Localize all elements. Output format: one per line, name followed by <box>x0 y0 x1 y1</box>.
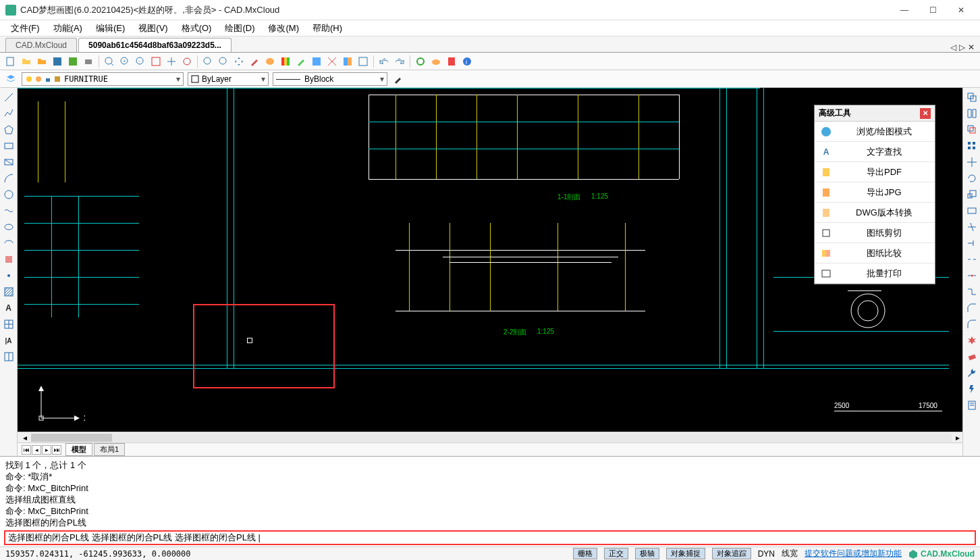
rotate-tool-icon[interactable] <box>965 172 979 185</box>
image-icon[interactable] <box>310 55 323 68</box>
toggle-polar[interactable]: 极轴 <box>635 548 659 559</box>
zoom-realtime-icon[interactable] <box>180 55 194 68</box>
extend-tool-icon[interactable] <box>965 236 979 250</box>
region-tool-icon[interactable] <box>2 155 16 169</box>
erase-tool-icon[interactable] <box>965 350 979 363</box>
open-icon[interactable] <box>20 55 33 68</box>
command-history[interactable]: 找到 1 个，总计 1 个 命令: *取消* 命令: MxC_BitchPrin… <box>0 456 980 530</box>
feedback-link[interactable]: 提交软件问题或增加新功能 <box>805 548 902 559</box>
align-tool-icon[interactable] <box>2 350 16 363</box>
drawing-canvas[interactable]: 1-1剖面 1:125 2-2剖面 1:125 <box>18 88 962 432</box>
tab-close-icon[interactable]: ✕ <box>968 43 975 52</box>
mirror-tool-icon[interactable] <box>965 107 979 120</box>
toggle-otrack[interactable]: 对象追踪 <box>712 548 751 559</box>
arc-tool-icon[interactable] <box>2 172 16 185</box>
break-point-tool-icon[interactable] <box>965 269 979 282</box>
trim-tool-icon[interactable] <box>965 220 979 234</box>
menu-help[interactable]: 帮助(H) <box>307 21 348 36</box>
toggle-osnap[interactable]: 对象捕捉 <box>666 548 705 559</box>
command-input[interactable]: 选择图框的闭合PL线 选择图框的闭合PL线 选择图框的闭合PL线 | <box>4 530 976 545</box>
layout-prev-icon[interactable]: ◂ <box>32 445 41 455</box>
doc-tab-mxcloud[interactable]: CAD.MxCloud <box>5 38 77 52</box>
scale-tool-icon[interactable] <box>965 188 979 201</box>
menu-view[interactable]: 视图(V) <box>133 21 173 36</box>
panel-item-crop[interactable]: 图纸剪切 <box>815 223 935 243</box>
zoom-all-icon[interactable] <box>217 55 230 68</box>
zoom-in-icon[interactable]: + <box>118 55 132 68</box>
join-tool-icon[interactable] <box>965 285 979 299</box>
zoom-extents-icon[interactable] <box>149 55 163 68</box>
layer-dropdown[interactable]: FURNITRUE ▾ <box>22 72 184 86</box>
toggle-grid[interactable]: 栅格 <box>573 548 597 559</box>
hatch-tool-icon[interactable] <box>2 285 16 299</box>
palette-icon[interactable] <box>263 55 277 68</box>
tab-next-icon[interactable]: ▷ <box>959 43 965 52</box>
menu-edit[interactable]: 编辑(E) <box>90 21 130 36</box>
maximize-button[interactable]: ☐ <box>919 1 946 20</box>
toggle-ortho[interactable]: 正交 <box>604 548 628 559</box>
move-icon[interactable] <box>232 55 246 68</box>
panel-item-exportjpg[interactable]: 导出JPG <box>815 182 935 203</box>
layer-manager-icon[interactable] <box>4 72 18 86</box>
stretch-tool-icon[interactable] <box>965 204 979 218</box>
redo-icon[interactable] <box>393 55 406 68</box>
linetype-dropdown[interactable]: ——— ByBlock ▾ <box>273 72 387 86</box>
menu-function[interactable]: 功能(A) <box>48 21 88 36</box>
ellipse-tool-icon[interactable] <box>2 220 16 234</box>
layout-first-icon[interactable]: ⏮ <box>22 445 31 455</box>
pdf-icon[interactable] <box>445 55 458 68</box>
export-icon[interactable] <box>356 55 370 68</box>
zoom-previous-icon[interactable] <box>201 55 215 68</box>
menu-file[interactable]: 文件(F) <box>5 21 45 36</box>
print-icon[interactable] <box>82 55 95 68</box>
rectangle-tool-icon[interactable] <box>2 139 16 153</box>
save-icon[interactable] <box>51 55 64 68</box>
refresh-icon[interactable] <box>414 55 427 68</box>
brush-icon[interactable] <box>391 72 405 86</box>
undo-icon[interactable] <box>377 55 391 68</box>
horizontal-scrollbar[interactable]: ◂ ▸ <box>18 432 962 442</box>
text-tool-icon[interactable]: A <box>2 301 16 315</box>
panel-item-dwgconvert[interactable]: DWG版本转换 <box>815 203 935 223</box>
toggle-lineweight[interactable]: 线宽 <box>782 548 798 559</box>
doc-tab-current[interactable]: 5090ab61c4564d8baf63a09223d5... <box>78 38 232 52</box>
layout-last-icon[interactable]: ⏭ <box>52 445 61 455</box>
block-tool-icon[interactable] <box>2 253 16 266</box>
color-dropdown[interactable]: ByLayer ▾ <box>188 72 269 86</box>
highlight-icon[interactable] <box>294 55 308 68</box>
fillet-tool-icon[interactable] <box>965 317 979 331</box>
saveas-icon[interactable] <box>66 55 80 68</box>
help-icon[interactable]: i <box>460 55 474 68</box>
panel-item-textfind[interactable]: A文字查找 <box>815 142 935 162</box>
chamfer-tool-icon[interactable] <box>965 301 979 315</box>
spline-tool-icon[interactable] <box>2 204 16 218</box>
properties-tool-icon[interactable] <box>965 399 979 412</box>
copy-tool-icon[interactable] <box>965 91 979 104</box>
point-tool-icon[interactable] <box>2 269 16 282</box>
explode-tool-icon[interactable] <box>965 334 979 347</box>
ellipse-arc-tool-icon[interactable] <box>2 236 16 250</box>
panel-close-button[interactable]: ✕ <box>920 108 931 119</box>
panel-header[interactable]: 高级工具 ✕ <box>815 105 935 122</box>
tab-model[interactable]: 模型 <box>65 443 92 456</box>
layout-next-icon[interactable]: ▸ <box>42 445 51 455</box>
open-remote-icon[interactable] <box>35 55 49 68</box>
break-tool-icon[interactable] <box>965 253 979 266</box>
offset-tool-icon[interactable] <box>965 123 979 136</box>
compare-icon[interactable] <box>341 55 354 68</box>
tab-layout1[interactable]: 布局1 <box>94 443 125 456</box>
layers-icon[interactable] <box>279 55 292 68</box>
polyline-tool-icon[interactable] <box>2 107 16 120</box>
line-tool-icon[interactable] <box>2 91 16 104</box>
panel-item-compare[interactable]: 图纸比较 <box>815 243 935 263</box>
toggle-dyn[interactable]: DYN <box>758 549 775 559</box>
panel-item-batchprint[interactable]: 批量打印 <box>815 263 935 284</box>
menu-format[interactable]: 格式(O) <box>176 21 217 36</box>
pan-icon[interactable] <box>165 55 178 68</box>
move-tool-icon[interactable] <box>965 155 979 169</box>
table-tool-icon[interactable] <box>2 317 16 331</box>
panel-item-browse[interactable]: 浏览/绘图模式 <box>815 122 935 142</box>
new-icon[interactable] <box>4 55 18 68</box>
menu-modify[interactable]: 修改(M) <box>263 21 304 36</box>
minimize-button[interactable]: — <box>891 1 918 20</box>
